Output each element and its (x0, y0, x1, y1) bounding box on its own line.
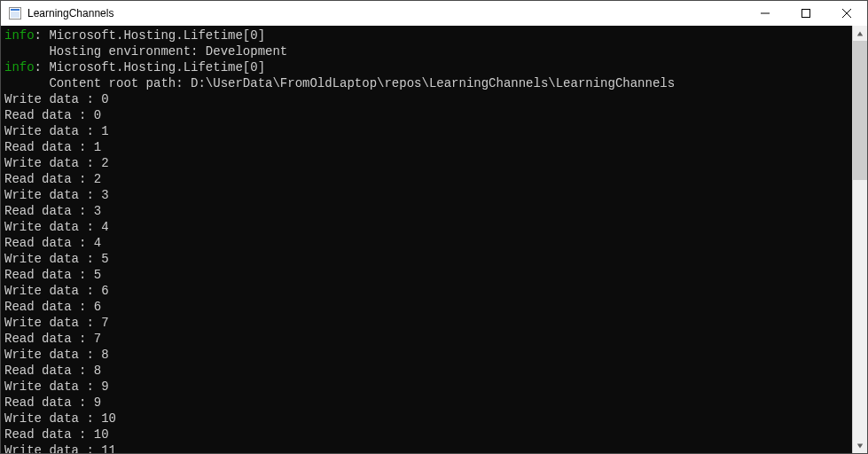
console-line: Content root path: D:\UserData\FromOldLa… (4, 75, 848, 91)
log-entry: Read data : 4 (4, 236, 101, 250)
log-entry: Write data : 1 (4, 124, 109, 138)
console-line: Write data : 8 (4, 347, 848, 363)
log-entry: Read data : 5 (4, 268, 101, 282)
log-entry: Read data : 7 (4, 332, 101, 346)
log-entry: Read data : 3 (4, 204, 101, 218)
console-line: Hosting environment: Development (4, 43, 848, 59)
console-line: info: Microsoft.Hosting.Lifetime[0] (4, 27, 848, 43)
app-window: LearningChannels info: Microsoft.Hosting… (0, 0, 868, 454)
console-line: Read data : 3 (4, 203, 848, 219)
scroll-up-arrow-icon[interactable] (853, 26, 867, 41)
log-entry: Read data : 1 (4, 140, 101, 154)
console-line: Read data : 1 (4, 139, 848, 155)
maximize-button[interactable] (786, 1, 826, 26)
log-entry: Write data : 6 (4, 284, 109, 298)
console-line: Read data : 4 (4, 235, 848, 251)
log-source: : Microsoft.Hosting.Lifetime[0] (35, 60, 265, 74)
console-output[interactable]: info: Microsoft.Hosting.Lifetime[0]Hosti… (1, 26, 852, 453)
scroll-down-arrow-icon[interactable] (853, 438, 867, 453)
log-entry: Write data : 8 (4, 348, 109, 362)
console-line: Read data : 5 (4, 267, 848, 283)
scroll-thumb[interactable] (853, 41, 867, 180)
console-line: Write data : 5 (4, 251, 848, 267)
app-icon (8, 6, 22, 20)
console-line: Write data : 1 (4, 123, 848, 139)
log-entry: Write data : 5 (4, 252, 109, 266)
scroll-track[interactable] (853, 41, 867, 438)
close-button[interactable] (826, 1, 867, 26)
log-entry: Write data : 2 (4, 156, 109, 170)
window-controls (745, 1, 867, 26)
log-entry: Read data : 10 (4, 427, 109, 442)
console-line: Read data : 6 (4, 299, 848, 315)
console-line: Write data : 0 (4, 91, 848, 107)
log-entry: Write data : 4 (4, 220, 109, 234)
svg-marker-7 (857, 31, 863, 35)
log-hosting-env: Hosting environment: Development (49, 44, 287, 59)
log-content-root: Content root path: D:\UserData\FromOldLa… (49, 76, 675, 90)
log-entry: Write data : 7 (4, 316, 109, 330)
console-line: Write data : 11 (4, 442, 848, 453)
vertical-scrollbar[interactable] (852, 26, 867, 453)
content-area: info: Microsoft.Hosting.Lifetime[0]Hosti… (1, 26, 867, 453)
svg-rect-1 (11, 9, 20, 11)
log-level-info: info (4, 28, 35, 43)
console-line: Read data : 0 (4, 107, 848, 123)
console-line: Read data : 8 (4, 363, 848, 379)
log-source: : Microsoft.Hosting.Lifetime[0] (35, 28, 265, 43)
log-entry: Write data : 9 (4, 380, 109, 394)
console-line: Write data : 9 (4, 379, 848, 395)
log-entry: Read data : 9 (4, 395, 101, 410)
console-line: Write data : 3 (4, 187, 848, 203)
console-line: Write data : 2 (4, 155, 848, 171)
console-line: info: Microsoft.Hosting.Lifetime[0] (4, 59, 848, 75)
minimize-button[interactable] (745, 1, 786, 26)
log-entry: Write data : 10 (4, 411, 116, 426)
log-entry: Read data : 8 (4, 364, 101, 378)
log-level-info: info (4, 60, 35, 74)
svg-rect-4 (802, 10, 810, 18)
console-line: Read data : 9 (4, 395, 848, 411)
console-line: Write data : 10 (4, 411, 848, 427)
log-entry: Read data : 6 (4, 300, 101, 314)
svg-rect-2 (11, 12, 20, 18)
titlebar[interactable]: LearningChannels (1, 1, 867, 26)
log-entry: Read data : 2 (4, 172, 101, 186)
log-entry: Write data : 11 (4, 443, 116, 453)
console-line: Write data : 7 (4, 315, 848, 331)
window-title: LearningChannels (27, 7, 113, 20)
console-line: Write data : 4 (4, 219, 848, 235)
console-line: Write data : 6 (4, 283, 848, 299)
console-line: Read data : 2 (4, 171, 848, 187)
console-line: Read data : 7 (4, 331, 848, 347)
svg-marker-8 (857, 443, 863, 448)
log-entry: Write data : 0 (4, 92, 109, 106)
log-entry: Write data : 3 (4, 188, 109, 202)
console-line: Read data : 10 (4, 427, 848, 442)
log-entry: Read data : 0 (4, 108, 101, 122)
